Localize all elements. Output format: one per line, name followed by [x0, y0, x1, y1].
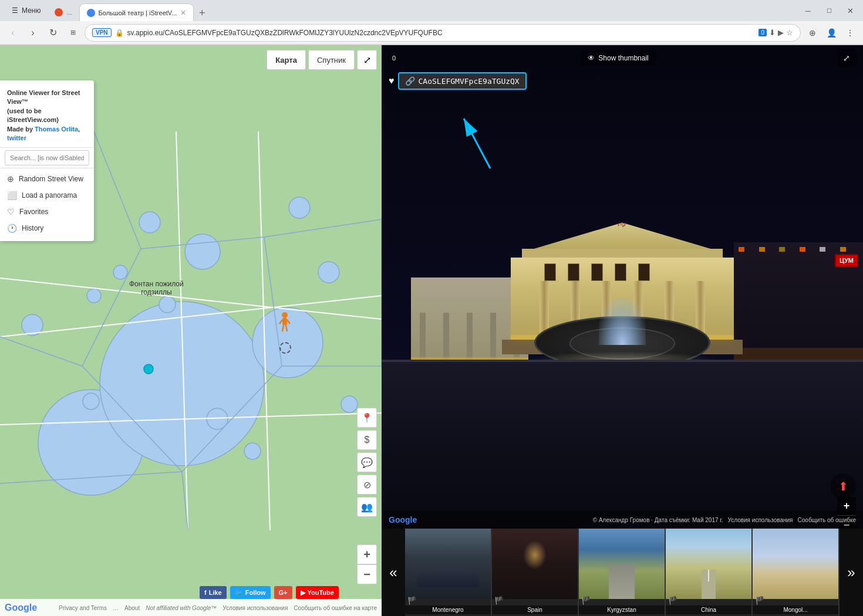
apps-button[interactable]: ⊞ — [65, 25, 81, 41]
menu-button[interactable]: ☰ Меню — [5, 0, 48, 21]
search-input[interactable] — [5, 150, 89, 165]
people-button[interactable]: 👥 — [357, 497, 377, 517]
tab-active[interactable]: Большой театр | iStreetV... ✕ — [79, 4, 194, 21]
profile-icon[interactable]: 👤 — [823, 25, 840, 41]
show-thumbnail-button[interactable]: 👁 Show thumbnail — [581, 50, 655, 66]
browser-titlebar: ☰ Меню ... Большой театр | iStreetV... ✕… — [0, 0, 863, 21]
author-link[interactable]: Thomas Orlita — [35, 126, 78, 133]
sv-panorama-id: 🔗 CAoSLEFGMVFpcE9aTGUzQX — [398, 72, 527, 90]
sidebar-item-favorites[interactable]: ♡ Favorites — [0, 204, 94, 220]
map-type-controls: Карта Спутник ⤢ — [267, 50, 377, 70]
youtube-button[interactable]: ▶ YouTube — [296, 586, 339, 599]
load-icon: ⬜ — [7, 191, 17, 200]
sv-heart-button[interactable]: ♥ — [389, 76, 395, 86]
svg-point-5 — [289, 197, 310, 218]
thumb-bg-mongolia — [753, 529, 838, 599]
map-fullscreen-button[interactable]: ⤢ — [357, 50, 377, 70]
map-type-satellite-button[interactable]: Спутник — [308, 50, 355, 70]
map-report-link[interactable]: Сообщить об ошибке на карте — [294, 605, 377, 611]
sv-usage-link[interactable]: Условия использования — [728, 517, 793, 523]
thumb-flag-spain: 🏴 — [494, 596, 504, 605]
history-icon: 🕐 — [7, 224, 17, 233]
sidebar-item-history[interactable]: 🕐 History — [0, 220, 94, 236]
map-about-link[interactable]: About — [124, 605, 140, 611]
panorama-icon: 🔗 — [405, 76, 415, 86]
map-zoom-controls: + − — [357, 544, 377, 584]
svg-line-20 — [287, 320, 290, 324]
tsum-sign: ЦУМ — [835, 254, 858, 267]
play-icon[interactable]: ▶ — [778, 28, 784, 37]
sv-panoid-bar: ♥ 🔗 CAoSLEFGMVFpcE9aTGUzQX — [389, 72, 527, 90]
svg-line-21 — [282, 325, 284, 331]
tab-inactive[interactable]: ... — [48, 4, 79, 21]
thumb-nav-left-button[interactable]: « — [382, 529, 405, 616]
right-building: ЦУМ — [734, 242, 863, 360]
map-zoom-out-button[interactable]: − — [357, 564, 377, 584]
toolbar-actions: ⊕ 👤 ⋮ — [804, 25, 858, 41]
new-tab-button[interactable]: + — [194, 5, 210, 21]
sidebar-item-random[interactable]: ⊕ Random Street View — [0, 171, 94, 187]
distance-button[interactable]: $ — [357, 430, 377, 450]
google-logo: Google — [5, 603, 37, 613]
extensions-icon[interactable]: ⊕ — [804, 25, 821, 41]
svg-point-17 — [282, 312, 288, 318]
settings-icon[interactable]: ⋮ — [842, 25, 858, 41]
thumb-bg-montenegro — [405, 529, 491, 599]
thumbnails-strip: « 🏴 Montenegro — [382, 529, 863, 616]
gplus-button[interactable]: G+ — [274, 586, 292, 599]
thumbnail-kyrgyzstan[interactable]: 🏴 Kyrgyzstan — [579, 529, 666, 616]
maximize-button[interactable]: ☐ — [821, 2, 837, 19]
svg-point-13 — [341, 396, 358, 412]
thumbnail-mongolia[interactable]: 🏴 Mongol... — [753, 529, 840, 616]
sv-counter: 0 — [389, 53, 399, 63]
back-button[interactable]: ‹ — [5, 25, 21, 41]
svg-point-10 — [87, 289, 101, 303]
thumbnail-montenegro[interactable]: 🏴 Montenegro — [405, 529, 492, 616]
forward-button[interactable]: › — [25, 25, 41, 41]
minimize-button[interactable]: ─ — [800, 2, 816, 19]
thumb-bg-spain — [492, 529, 578, 599]
random-icon: ⊕ — [7, 174, 14, 184]
tab-close-button[interactable]: ✕ — [180, 9, 186, 17]
url-bar[interactable]: VPN 🔒 sv.appio.eu/CAoSLEFGMVFpcE9aTGUzQX… — [85, 24, 801, 42]
twitter-follow-button[interactable]: 🐦 Follow — [230, 586, 271, 599]
pegman-icon[interactable] — [279, 312, 291, 333]
sv-compass[interactable]: ⬆ — [830, 473, 856, 499]
thumb-label-kyrgyzstan: Kyrgyzstan — [579, 605, 665, 614]
map-right-controls: 📍 $ 💬 ⊘ 👥 — [357, 408, 377, 517]
made-by: Made by Thomas Orlita, twitter — [7, 125, 87, 143]
map-footer-links: Privacy and Terms … About Not affiliated… — [59, 605, 377, 611]
download-icon[interactable]: ⬇ — [769, 28, 776, 37]
sv-fullscreen-button[interactable]: ⤢ — [837, 49, 856, 67]
twitter-link[interactable]: twitter — [7, 134, 26, 141]
url-bar-actions: 0 ⬇ ▶ ☆ — [759, 28, 793, 37]
refresh-button[interactable]: ↻ — [45, 25, 61, 41]
main-content: Online Viewer for Street View™ (used to … — [0, 45, 863, 616]
map-usage-link[interactable]: Условия использования — [223, 605, 288, 611]
sv-report-link[interactable]: Сообщить об ошибке — [798, 517, 856, 523]
svg-point-11 — [159, 296, 176, 313]
map-type-map-button[interactable]: Карта — [267, 50, 306, 70]
layers-button[interactable]: ⊘ — [357, 475, 377, 495]
tab-active-label: Большой театр | iStreetV... — [99, 9, 177, 16]
map-privacy-link[interactable]: Privacy and Terms — [59, 605, 107, 611]
thumb-nav-right-button[interactable]: » — [840, 529, 863, 616]
close-button[interactable]: ✕ — [842, 2, 858, 19]
favorites-label: Favorites — [19, 208, 48, 216]
svg-point-4 — [139, 212, 160, 233]
download-badge: 0 — [759, 29, 767, 36]
map-panel: Online Viewer for Street View™ (used to … — [0, 45, 382, 616]
map-zoom-in-button[interactable]: + — [357, 544, 377, 564]
bookmark-icon[interactable]: ☆ — [786, 28, 793, 37]
svg-point-8 — [318, 262, 339, 283]
menu-label: Меню — [22, 6, 41, 15]
thumbnail-china[interactable]: 🏴 China — [666, 529, 753, 616]
thumbnail-spain[interactable]: 🏴 Spain — [492, 529, 579, 616]
facebook-like-button[interactable]: f Like — [200, 586, 227, 599]
favorites-icon: ♡ — [7, 207, 15, 216]
place-info-button[interactable]: 📍 — [357, 408, 377, 428]
url-text[interactable]: sv.appio.eu/CAoSLEFGMVFpcE9aTGUzQXBzZDlR… — [127, 29, 756, 37]
history-label: History — [22, 224, 43, 232]
sidebar-item-load[interactable]: ⬜ Load a panorama — [0, 187, 94, 204]
chat-button[interactable]: 💬 — [357, 452, 377, 472]
